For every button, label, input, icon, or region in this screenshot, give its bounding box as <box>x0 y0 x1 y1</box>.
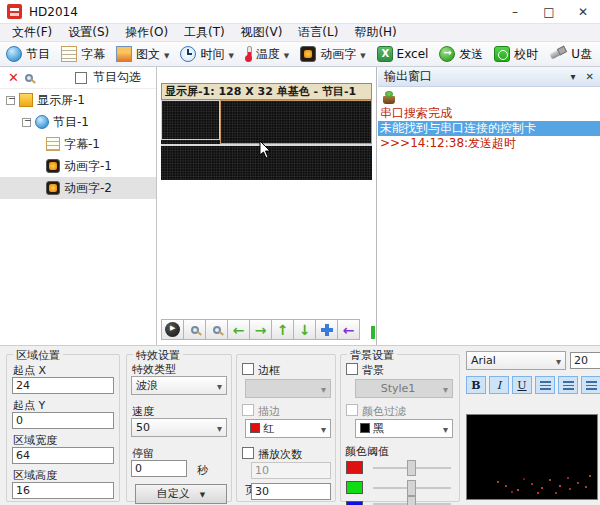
scroll-indicator <box>371 326 375 339</box>
align-right-button[interactable] <box>581 376 600 394</box>
speed-value: 50 <box>136 421 150 434</box>
menu-item-tools[interactable]: 工具(T) <box>176 24 233 41</box>
toolbar-button-time[interactable]: 时间 <box>180 46 233 63</box>
area-width-input[interactable]: 64 <box>12 447 114 464</box>
undo-move-button[interactable]: ← <box>337 319 360 340</box>
toolbar-button-send[interactable]: 发送 <box>439 46 483 63</box>
start-y-input[interactable]: 0 <box>12 412 114 429</box>
stay-input[interactable]: 0 <box>131 460 187 477</box>
menu-item-settings[interactable]: 设置(S) <box>60 24 117 41</box>
font-style-toolbar: B I U <box>466 376 600 394</box>
output-message: >>>14:12:38:发送超时 <box>378 136 600 151</box>
tree-node-animtext-2[interactable]: 动画字-2 <box>0 177 156 199</box>
menu-item-help[interactable]: 帮助(H) <box>346 24 404 41</box>
border-checkbox[interactable] <box>242 363 254 375</box>
font-family-select[interactable]: Arial <box>466 351 566 370</box>
panel-close-icon[interactable]: ✕ <box>586 71 594 82</box>
stay-label: 停留 <box>132 446 154 461</box>
delete-icon[interactable]: ✕ <box>8 70 19 85</box>
toolbar-button-program[interactable]: 节目 <box>6 46 50 63</box>
panel-collapse-icon[interactable]: ▾ <box>571 71 576 82</box>
collapse-icon[interactable] <box>22 118 31 127</box>
blue-channel-swatch <box>346 501 363 505</box>
start-x-input[interactable]: 24 <box>12 377 114 394</box>
toolbar-button-time-sync[interactable]: 校时 <box>494 46 538 63</box>
zoom-in-button[interactable] <box>183 319 206 340</box>
area-position-title: 区域位置 <box>13 348 63 363</box>
output-message-list: 串口搜索完成 未能找到与串口连接的控制卡 >>>14:12:38:发送超时 <box>378 106 600 151</box>
border-settings-group: 边框 描边 红 播放次数 10 页 30 <box>236 354 336 502</box>
italic-button[interactable]: I <box>489 376 509 394</box>
led-grid[interactable] <box>161 100 372 180</box>
slider-thumb[interactable] <box>407 460 416 476</box>
slider-thumb[interactable] <box>407 480 416 496</box>
preview-toolbar: ← → ↑ ↓ ← <box>161 319 359 340</box>
search-icon[interactable] <box>25 74 33 82</box>
output-message-selected[interactable]: 未能找到与串口连接的控制卡 <box>378 121 600 136</box>
program-check-label: 节目勾选 <box>93 69 141 86</box>
green-threshold-slider[interactable] <box>373 480 451 496</box>
bold-button[interactable]: B <box>466 376 486 394</box>
color-threshold-label: 颜色阈值 <box>345 444 389 459</box>
tree-node-label: 动画字-2 <box>64 180 112 197</box>
output-window-header: 输出窗口 ▾ ✕ <box>378 67 600 87</box>
subtitle-region-outline[interactable] <box>161 100 220 140</box>
background-checkbox[interactable] <box>346 363 358 375</box>
toolbar-button-subtitle[interactable]: 字幕 <box>61 46 105 63</box>
collapse-icon[interactable] <box>6 96 15 105</box>
speed-select[interactable]: 50 <box>131 418 227 437</box>
close-button[interactable]: ✕ <box>566 0 600 23</box>
move-icon <box>321 324 333 336</box>
maximize-button[interactable]: □ <box>532 0 566 23</box>
tree-node-screen[interactable]: 显示屏-1 <box>0 89 156 111</box>
slider-thumb[interactable] <box>407 496 416 505</box>
toolbar-button-excel[interactable]: Excel <box>377 46 429 62</box>
font-family-value: Arial <box>471 354 496 367</box>
area-height-input[interactable]: 16 <box>12 482 114 499</box>
toolbar-button-usb[interactable]: U盘 <box>549 46 592 63</box>
menu-item-language[interactable]: 语言(L) <box>290 24 346 41</box>
font-size-input[interactable]: 20 <box>570 352 600 369</box>
effect-type-select[interactable]: 波浪 <box>131 376 227 395</box>
play-button[interactable] <box>161 319 184 340</box>
stroke-color-select[interactable]: 红 <box>245 419 331 438</box>
move-left-button[interactable]: ← <box>227 319 250 340</box>
tree-node-subtitle[interactable]: 字幕-1 <box>0 133 156 155</box>
tree-node-program[interactable]: 节目-1 <box>0 111 156 133</box>
underline-button[interactable]: U <box>512 376 532 394</box>
chevron-down-icon <box>164 47 169 61</box>
zoom-out-button[interactable] <box>205 319 228 340</box>
menu-item-file[interactable]: 文件(F) <box>4 24 60 41</box>
blue-threshold-slider[interactable] <box>373 496 451 505</box>
align-center-button[interactable] <box>558 376 578 394</box>
toolbar-button-temperature[interactable]: 温度 <box>245 46 289 63</box>
toolbar-button-animated-text[interactable]: 动画字 <box>300 46 365 63</box>
tree-node-animtext-1[interactable]: 动画字-1 <box>0 155 156 177</box>
red-threshold-slider[interactable] <box>373 460 451 476</box>
effect-settings-title: 特效设置 <box>133 348 183 363</box>
custom-button-label: 自定义 <box>157 487 190 500</box>
move-right-button[interactable]: → <box>249 319 272 340</box>
speed-label: 速度 <box>132 404 154 419</box>
area-height-label: 区域高度 <box>13 468 57 483</box>
clear-output-icon[interactable] <box>382 91 396 104</box>
move-up-button[interactable]: ↑ <box>271 319 294 340</box>
menu-item-operate[interactable]: 操作(O) <box>117 24 176 41</box>
minimize-button[interactable]: – <box>498 0 532 23</box>
selected-region-outline[interactable] <box>220 100 372 144</box>
program-check-checkbox[interactable] <box>75 72 87 84</box>
filter-color-select[interactable]: 黑 <box>355 419 453 438</box>
page-input[interactable]: 30 <box>251 483 331 500</box>
custom-button[interactable]: 自定义 <box>135 484 227 504</box>
menu-item-view[interactable]: 视图(V) <box>233 24 291 41</box>
stroke-checkbox <box>242 404 254 416</box>
move-center-button[interactable] <box>315 319 338 340</box>
move-down-button[interactable]: ↓ <box>293 319 316 340</box>
animated-text-node-icon <box>46 181 60 195</box>
align-left-button[interactable] <box>535 376 555 394</box>
play-count-checkbox[interactable] <box>242 447 254 459</box>
color-filter-checkbox <box>346 404 358 416</box>
screen-preview-panel: 显示屏-1: 128 X 32 单基色 - 节目-1 ← → ↑ ↓ ← <box>158 67 377 345</box>
background-settings-title: 背景设置 <box>347 348 397 363</box>
toolbar-button-graphic[interactable]: 图文 <box>116 46 169 63</box>
